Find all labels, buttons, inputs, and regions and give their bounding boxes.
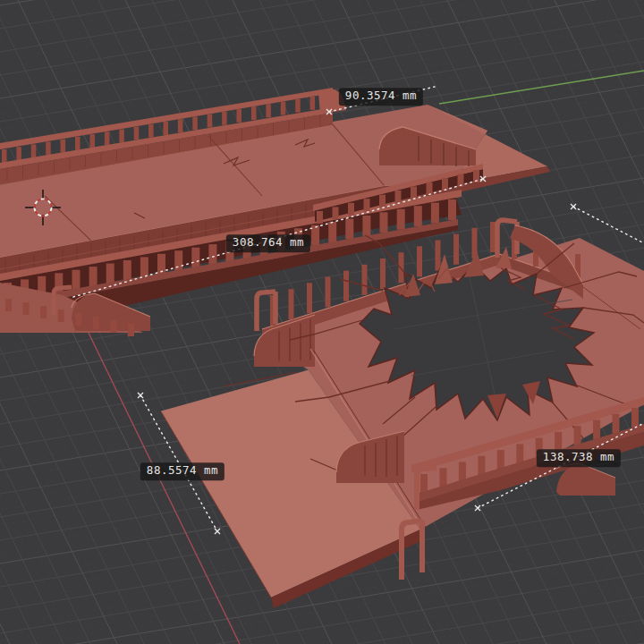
y-axis-line xyxy=(439,71,644,104)
measurement-label-length-lower-right[interactable]: 138.738 mm xyxy=(537,449,621,467)
viewport-scene xyxy=(0,0,644,644)
measurement-label-length-upper[interactable]: 308.764 mm xyxy=(226,234,310,252)
measurement-label-width-top[interactable]: 90.3574 mm xyxy=(339,88,423,106)
measurement-label-width-lower-left[interactable]: 88.5574 mm xyxy=(140,462,225,480)
3d-viewport[interactable]: 90.3574 mm 308.764 mm 88.5574 mm 138.738… xyxy=(0,0,644,644)
